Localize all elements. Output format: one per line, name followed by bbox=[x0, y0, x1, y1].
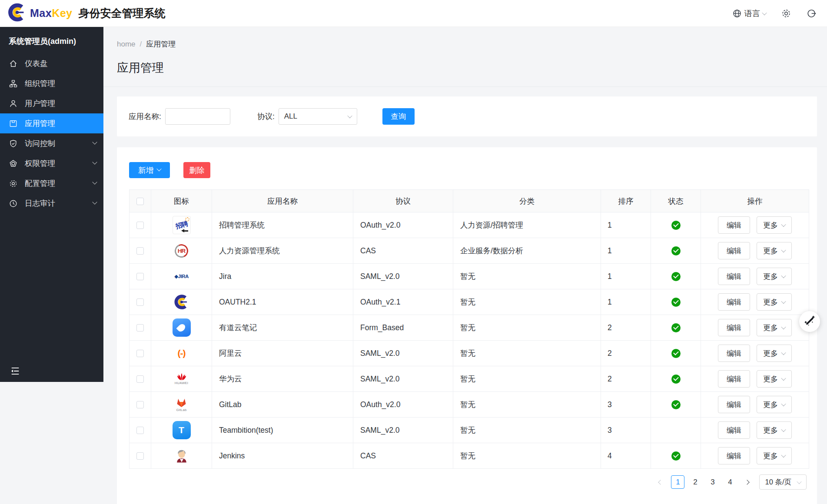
search-button[interactable]: 查询 bbox=[382, 108, 415, 125]
app-name-cell: Jenkins bbox=[212, 443, 353, 469]
more-button[interactable]: 更多 bbox=[757, 396, 792, 413]
more-button[interactable]: 更多 bbox=[757, 345, 792, 362]
status-active-icon bbox=[671, 451, 681, 461]
sidebar-item-access-control[interactable]: 访问控制 bbox=[0, 133, 103, 153]
row-checkbox[interactable] bbox=[136, 298, 144, 306]
more-button[interactable]: 更多 bbox=[757, 421, 792, 439]
edit-button[interactable]: 编辑 bbox=[718, 268, 750, 285]
header-protocol: 协议 bbox=[353, 190, 453, 212]
edit-button[interactable]: 编辑 bbox=[718, 421, 750, 439]
row-checkbox[interactable] bbox=[136, 375, 144, 383]
header-actions: 操作 bbox=[701, 190, 809, 212]
sidebar-item-user[interactable]: 用户管理 bbox=[0, 93, 103, 113]
table-row: ◆JIRA Jira SAML_v2.0 暂无 1 编辑 更多 bbox=[130, 264, 809, 289]
more-button[interactable]: 更多 bbox=[757, 242, 792, 259]
aliyun-app-icon: (-) bbox=[173, 348, 191, 357]
sidebar-item-label: 配置管理 bbox=[25, 178, 55, 189]
table-panel: 新增 删除 图标 应用名称 协议 分类 排序 状态 操作 招聘 bbox=[117, 147, 817, 504]
row-checkbox[interactable] bbox=[136, 273, 144, 280]
row-checkbox[interactable] bbox=[136, 324, 144, 332]
edit-button[interactable]: 编辑 bbox=[718, 396, 750, 413]
page-button-2[interactable]: 2 bbox=[688, 475, 702, 489]
row-checkbox[interactable] bbox=[136, 427, 144, 434]
more-button[interactable]: 更多 bbox=[757, 319, 792, 336]
row-checkbox[interactable] bbox=[136, 350, 144, 357]
sidebar-collapse-icon[interactable] bbox=[10, 365, 21, 377]
prev-page-button[interactable] bbox=[654, 476, 667, 489]
sidebar-menu: 仪表盘组织管理用户管理应用管理访问控制权限管理配置管理日志审计 bbox=[0, 53, 103, 213]
sidebar-item-application[interactable]: 应用管理 bbox=[0, 113, 103, 133]
row-checkbox[interactable] bbox=[136, 222, 144, 229]
app-name-cell: 招聘管理系统 bbox=[212, 212, 353, 238]
sidebar: 系统管理员(admin) 仪表盘组织管理用户管理应用管理访问控制权限管理配置管理… bbox=[0, 27, 103, 382]
select-all-checkbox[interactable] bbox=[136, 198, 144, 205]
chevron-down-icon bbox=[762, 10, 767, 15]
row-checkbox[interactable] bbox=[136, 247, 144, 255]
more-button[interactable]: 更多 bbox=[757, 293, 792, 311]
sidebar-item-audit-log[interactable]: 日志审计 bbox=[0, 193, 103, 213]
more-button[interactable]: 更多 bbox=[757, 216, 792, 234]
app-sort-cell: 3 bbox=[601, 392, 651, 418]
app-protocol-cell: CAS bbox=[353, 238, 453, 264]
app-sort-cell: 1 bbox=[601, 238, 651, 264]
page-size-select[interactable]: 10 条/页 bbox=[759, 474, 807, 490]
page-list: 1234 bbox=[671, 475, 737, 489]
app-name-cell: Teambition(test) bbox=[212, 418, 353, 443]
sidebar-item-permission[interactable]: 权限管理 bbox=[0, 153, 103, 173]
app-protocol-cell: SAML_v2.0 bbox=[353, 341, 453, 366]
edit-button[interactable]: 编辑 bbox=[718, 319, 750, 336]
more-button[interactable]: 更多 bbox=[757, 370, 792, 388]
more-button[interactable]: 更多 bbox=[757, 447, 792, 464]
page-button-1[interactable]: 1 bbox=[671, 475, 684, 489]
app-sort-cell: 1 bbox=[601, 289, 651, 315]
app-name-cell: 人力资源管理系统 bbox=[212, 238, 353, 264]
more-button[interactable]: 更多 bbox=[757, 268, 792, 285]
table-header-row: 图标 应用名称 协议 分类 排序 状态 操作 bbox=[130, 190, 809, 212]
app-protocol-cell: OAuth_v2.0 bbox=[353, 392, 453, 418]
chevron-down-icon bbox=[781, 299, 786, 304]
page-button-4[interactable]: 4 bbox=[723, 475, 737, 489]
chevron-left-icon bbox=[658, 480, 663, 484]
sidebar-item-label: 权限管理 bbox=[25, 158, 55, 169]
sidebar-item-organization[interactable]: 组织管理 bbox=[0, 73, 103, 93]
config-icon bbox=[9, 179, 18, 188]
page-button-3[interactable]: 3 bbox=[706, 475, 719, 489]
chevron-down-icon bbox=[92, 199, 97, 204]
app-name-label: 应用名称: bbox=[129, 111, 161, 122]
settings-gear-icon[interactable] bbox=[781, 8, 791, 19]
language-switcher[interactable]: 语言 bbox=[732, 8, 766, 19]
sidebar-item-config[interactable]: 配置管理 bbox=[0, 173, 103, 193]
edit-button[interactable]: 编辑 bbox=[718, 345, 750, 362]
app-sort-cell: 2 bbox=[601, 366, 651, 392]
app-sort-cell: 2 bbox=[601, 341, 651, 366]
row-checkbox[interactable] bbox=[136, 401, 144, 408]
sidebar-item-label: 用户管理 bbox=[25, 98, 55, 109]
sidebar-item-dashboard[interactable]: 仪表盘 bbox=[0, 53, 103, 73]
app-name-input[interactable] bbox=[165, 108, 230, 125]
chevron-down-icon bbox=[781, 222, 786, 227]
logout-icon[interactable] bbox=[806, 8, 817, 19]
chevron-down-icon bbox=[781, 325, 786, 329]
app-protocol-cell: OAuth_v2.1 bbox=[353, 289, 453, 315]
main-content: home / 应用管理 应用管理 应用名称: 协议: ALL 查询 新增 删除 bbox=[103, 27, 827, 504]
sidebar-item-label: 组织管理 bbox=[25, 78, 55, 89]
access-control-icon bbox=[9, 139, 18, 148]
breadcrumb-home-link[interactable]: home bbox=[117, 40, 136, 49]
magic-wand-fab[interactable] bbox=[799, 311, 820, 332]
edit-button[interactable]: 编辑 bbox=[718, 242, 750, 259]
sidebar-item-label: 应用管理 bbox=[25, 118, 55, 129]
edit-button[interactable]: 编辑 bbox=[718, 447, 750, 464]
edit-button[interactable]: 编辑 bbox=[718, 370, 750, 388]
app-name-cell: GitLab bbox=[212, 392, 353, 418]
app-sort-cell: 4 bbox=[601, 443, 651, 469]
delete-button[interactable]: 删除 bbox=[183, 162, 210, 178]
protocol-select[interactable]: ALL bbox=[279, 108, 357, 125]
app-category-cell: 暂无 bbox=[453, 392, 601, 418]
row-checkbox[interactable] bbox=[136, 452, 144, 460]
edit-button[interactable]: 编辑 bbox=[718, 216, 750, 234]
edit-button[interactable]: 编辑 bbox=[718, 293, 750, 311]
table-row: HUAWEI 华为云 SAML_v2.0 暂无 2 编辑 更多 bbox=[130, 366, 809, 392]
header-sort: 排序 bbox=[601, 190, 651, 212]
add-button[interactable]: 新增 bbox=[129, 162, 170, 178]
next-page-button[interactable] bbox=[741, 476, 754, 489]
